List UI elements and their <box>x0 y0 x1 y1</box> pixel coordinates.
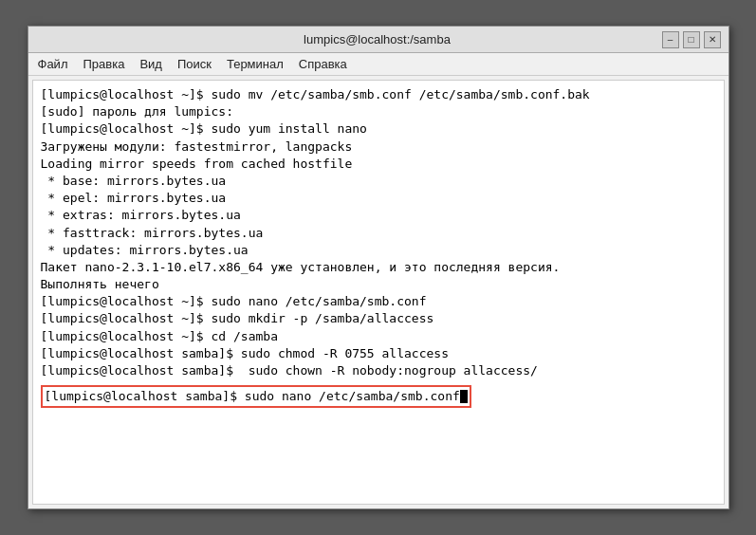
terminal-line: [lumpics@localhost ~]$ sudo mkdir -p /sa… <box>41 310 716 327</box>
terminal-line: Загружены модули: fastestmirror, langpac… <box>41 138 716 156</box>
close-button[interactable]: ✕ <box>704 31 721 48</box>
window-title: lumpics@localhost:/samba <box>93 32 662 46</box>
window-controls: – □ ✕ <box>662 31 721 48</box>
terminal-line: [sudo] пароль для lumpics: <box>41 103 716 120</box>
title-bar: lumpics@localhost:/samba – □ ✕ <box>28 27 728 53</box>
menu-view[interactable]: Вид <box>134 55 168 73</box>
terminal-cursor <box>460 390 468 403</box>
minimize-button[interactable]: – <box>662 31 679 48</box>
maximize-button[interactable]: □ <box>683 31 700 48</box>
terminal-line: [lumpics@localhost ~]$ sudo yum install … <box>41 120 716 138</box>
terminal-line: [lumpics@localhost ~]$ cd /samba <box>41 328 716 345</box>
terminal-area[interactable]: [lumpics@localhost ~]$ sudo mv /etc/samb… <box>32 80 725 505</box>
highlighted-command-text: [lumpics@localhost samba]$ sudo nano /et… <box>41 385 471 408</box>
menu-help[interactable]: Справка <box>293 55 353 73</box>
terminal-line: [lumpics@localhost samba]$ sudo chmod -R… <box>41 345 716 362</box>
terminal-line: * extras: mirrors.bytes.ua <box>41 207 716 224</box>
menu-file[interactable]: Файл <box>32 55 74 73</box>
terminal-window: lumpics@localhost:/samba – □ ✕ Файл Прав… <box>28 26 729 509</box>
highlighted-command-line: [lumpics@localhost samba]$ sudo nano /et… <box>41 383 716 410</box>
terminal-line: [lumpics@localhost ~]$ sudo mv /etc/samb… <box>41 86 716 103</box>
menu-search[interactable]: Поиск <box>172 55 217 73</box>
terminal-line: Пакет nano-2.3.1-10.el7.x86_64 уже устан… <box>41 259 716 276</box>
terminal-line: * epel: mirrors.bytes.ua <box>41 190 716 207</box>
terminal-line: [lumpics@localhost ~]$ sudo nano /etc/sa… <box>41 293 716 310</box>
terminal-line: Loading mirror speeds from cached hostfi… <box>41 156 716 173</box>
terminal-line: * updates: mirrors.bytes.ua <box>41 242 716 259</box>
terminal-line: Выполнять нечего <box>41 276 716 293</box>
menu-terminal[interactable]: Терминал <box>221 55 289 73</box>
menu-edit[interactable]: Правка <box>77 55 130 73</box>
menu-bar: Файл Правка Вид Поиск Терминал Справка <box>28 53 728 76</box>
terminal-line: * fasttrack: mirrors.bytes.ua <box>41 225 716 242</box>
terminal-line: [lumpics@localhost samba]$ sudo chown -R… <box>41 362 716 379</box>
terminal-line: * base: mirrors.bytes.ua <box>41 173 716 190</box>
